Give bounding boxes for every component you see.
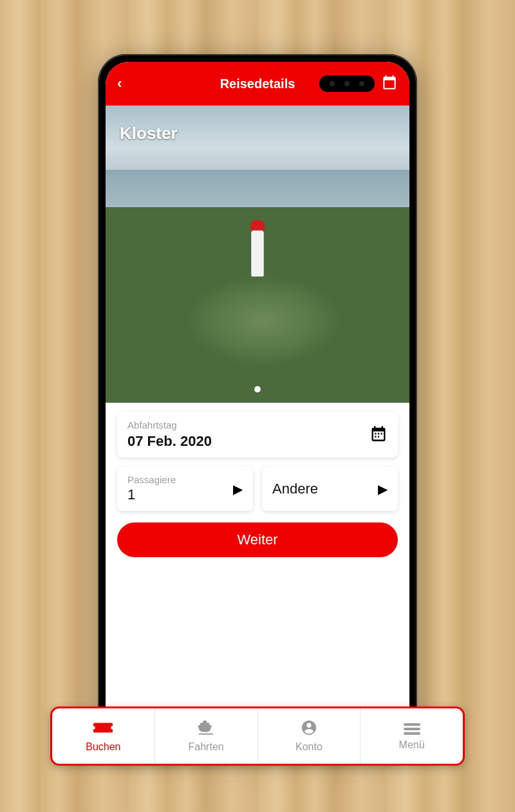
- continue-button[interactable]: Weiter: [117, 522, 398, 557]
- lighthouse-illustration: [251, 221, 264, 277]
- nav-label: Buchen: [86, 741, 120, 753]
- passengers-value: 1: [127, 486, 176, 503]
- nav-konto[interactable]: Konto: [258, 708, 361, 764]
- ticket-icon: [93, 719, 113, 739]
- other-value: Andere: [272, 481, 318, 497]
- nav-label: Menü: [399, 739, 425, 751]
- app-header: ‹ Reisedetails: [106, 62, 409, 106]
- departure-date-value: 07 Feb. 2020: [127, 433, 212, 450]
- bottom-nav: Buchen Fahrten Konto Menü: [50, 706, 465, 766]
- hero-image: Kloster: [106, 106, 409, 403]
- nav-menu[interactable]: Menü: [360, 708, 463, 764]
- screen: ‹ Reisedetails Kloster: [106, 62, 409, 745]
- phone-frame: ‹ Reisedetails Kloster: [98, 54, 417, 753]
- destination-title: Kloster: [120, 124, 178, 143]
- nav-buchen[interactable]: Buchen: [52, 708, 155, 764]
- calendar-icon: [370, 425, 388, 445]
- header-right: [319, 74, 398, 93]
- other-selector[interactable]: Andere ▶: [262, 466, 398, 511]
- departure-date-label: Abfahrtstag: [127, 420, 212, 430]
- nav-label: Fahrten: [189, 741, 224, 753]
- back-button[interactable]: ‹: [117, 75, 122, 92]
- passengers-label: Passagiere: [127, 474, 176, 485]
- nav-fahrten[interactable]: Fahrten: [155, 708, 258, 764]
- chevron-right-icon: ▶: [378, 481, 388, 497]
- menu-icon: [404, 721, 420, 737]
- selector-row: Passagiere 1 ▶ Andere ▶: [117, 466, 398, 511]
- carousel-indicator: [254, 386, 261, 392]
- nav-label: Konto: [295, 741, 323, 753]
- chevron-right-icon: ▶: [233, 481, 243, 497]
- passengers-selector[interactable]: Passagiere 1 ▶: [117, 466, 253, 511]
- booking-form: Abfahrtstag 07 Feb. 2020 Passagiere 1 ▶ …: [106, 403, 409, 745]
- camera-notch: [319, 75, 375, 92]
- calendar-icon[interactable]: [381, 74, 398, 93]
- departure-date-field[interactable]: Abfahrtstag 07 Feb. 2020: [117, 412, 398, 457]
- account-icon: [299, 719, 319, 739]
- ship-icon: [196, 719, 216, 739]
